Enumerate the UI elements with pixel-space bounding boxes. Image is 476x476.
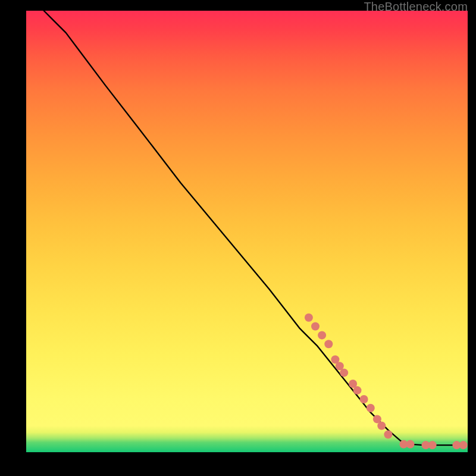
highlight-dot — [406, 440, 415, 449]
highlight-dot — [318, 331, 326, 339]
highlight-dot — [384, 430, 392, 439]
highlight-dot — [324, 340, 333, 348]
highlight-dot — [377, 422, 386, 430]
highlight-dot — [353, 386, 362, 394]
curve-layer — [26, 11, 468, 452]
highlight-dot — [459, 441, 468, 449]
highlight-dot — [340, 368, 348, 377]
plot-area — [26, 11, 468, 452]
highlight-dot — [360, 395, 368, 403]
highlight-dot — [428, 441, 437, 449]
highlight-dot — [305, 314, 313, 322]
highlight-dot — [367, 404, 375, 412]
attribution-text: TheBottleneck.com — [364, 0, 468, 14]
chart-frame: TheBottleneck.com — [0, 0, 476, 476]
highlight-dot — [311, 322, 320, 331]
bottleneck-curve — [44, 11, 464, 445]
